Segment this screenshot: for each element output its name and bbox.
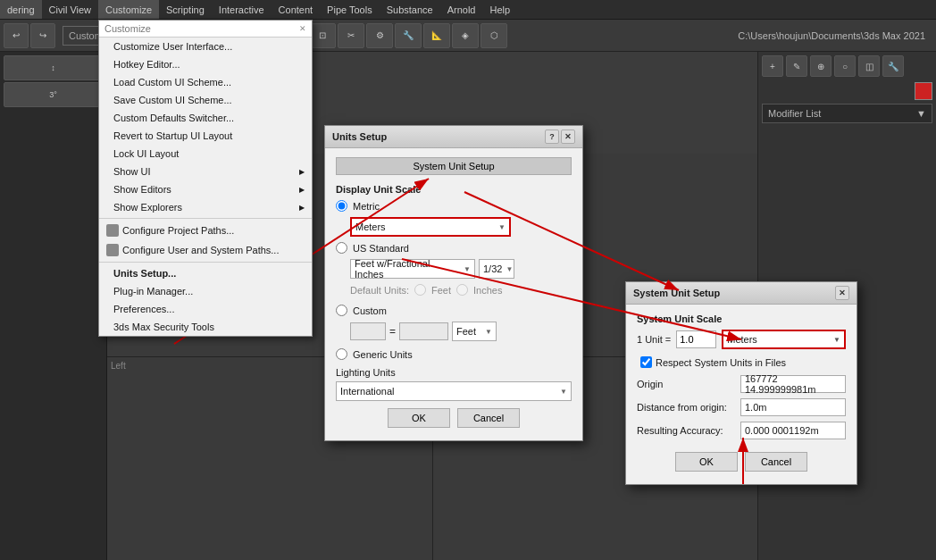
menu-arnold[interactable]: Arnold — [440, 0, 483, 19]
custom-label: Custom — [353, 305, 387, 316]
menu-item-configure-project[interactable]: Configure Project Paths... — [99, 221, 312, 240]
color-swatch[interactable] — [915, 82, 932, 100]
close-button[interactable]: ✕ — [561, 130, 575, 144]
menu-substance[interactable]: Substance — [380, 0, 440, 19]
menu-item-units-setup[interactable]: Units Setup... — [99, 264, 312, 282]
origin-label: Origin — [637, 379, 735, 389]
menu-divider-1 — [99, 218, 312, 219]
menu-item-customize-ui[interactable]: Customize User Interface... — [99, 38, 312, 55]
menubar: dering Civil View Customize Scripting In… — [0, 0, 936, 20]
display-icon[interactable]: ◫ — [858, 55, 880, 77]
menu-item-load-ui[interactable]: Load Custom UI Scheme... — [99, 73, 312, 91]
system-ok-button[interactable]: OK — [675, 452, 738, 472]
menu-search-input[interactable] — [104, 23, 299, 34]
snap5-btn[interactable]: ⊡ — [309, 23, 336, 48]
menu-item-showexplorers[interactable]: Show Explorers▶ — [99, 198, 312, 216]
modify-icon[interactable]: ✎ — [786, 55, 807, 77]
submenu-arrow-icon3: ▶ — [299, 204, 305, 212]
unit-value-input[interactable] — [676, 330, 716, 348]
menu-item-showeditors[interactable]: Show Editors▶ — [99, 180, 312, 198]
menu-item-plugin[interactable]: Plug-in Manager... — [99, 282, 312, 300]
us-standard-radio[interactable] — [336, 242, 347, 254]
units-dialog-titlebar[interactable]: Units Setup ? ✕ — [325, 126, 582, 148]
menu-item-hotkey[interactable]: Hotkey Editor... — [99, 55, 312, 73]
distance-value: 1.0m — [740, 398, 846, 416]
system-unit-dropdown[interactable]: Meters ▼ — [722, 330, 846, 349]
units-cancel-button[interactable]: Cancel — [457, 408, 520, 428]
metric-chevron-icon: ▼ — [498, 223, 506, 231]
modifier-list-header[interactable]: Modifier List ▼ — [762, 104, 932, 123]
configure-user-icon — [106, 244, 119, 256]
feet-radio[interactable] — [414, 284, 426, 296]
lighting-dropdown[interactable]: International ▼ — [336, 381, 572, 401]
metric-label: Metric — [353, 201, 380, 212]
menu-item-configure-user[interactable]: Configure User and System Paths... — [99, 240, 312, 260]
modifier-list-dropdown-icon: ▼ — [916, 108, 926, 119]
generic-radio[interactable] — [336, 348, 347, 360]
custom-radio[interactable] — [336, 305, 347, 316]
menu-content[interactable]: Content — [272, 0, 321, 19]
lighting-chevron-icon: ▼ — [560, 388, 567, 396]
menu-interactive[interactable]: Interactive — [212, 0, 272, 19]
custom-value2-input[interactable] — [399, 322, 448, 340]
us-fraction-dropdown[interactable]: 1/32 ▼ — [479, 259, 514, 279]
toolbar-btn-redo[interactable]: ↪ — [30, 23, 55, 48]
create-icon[interactable]: + — [762, 55, 783, 77]
menu-dering[interactable]: dering — [0, 0, 42, 19]
us-fraction-chevron-icon: ▼ — [506, 265, 513, 273]
customize-dropdown-menu[interactable]: ✕ Customize User Interface... Hotkey Edi… — [98, 20, 313, 337]
lighting-label: Lighting Units — [336, 367, 572, 378]
utilities-icon[interactable]: 🔧 — [882, 55, 904, 77]
motion-icon[interactable]: ○ — [834, 55, 856, 77]
menu-item-revert[interactable]: Revert to Startup UI Layout — [99, 127, 312, 145]
help-button[interactable]: ? — [545, 130, 559, 144]
system-close-button[interactable]: ✕ — [835, 286, 849, 300]
lighting-selected: International — [340, 386, 395, 397]
distance-label: Distance from origin: — [637, 402, 735, 413]
menu-item-defaults[interactable]: Custom Defaults Switcher... — [99, 109, 312, 127]
menu-scripting[interactable]: Scripting — [159, 0, 212, 19]
left-tool-move[interactable]: ↕ — [4, 55, 103, 80]
menu-item-save-ui[interactable]: Save Custom UI Scheme... — [99, 91, 312, 109]
origin-row: Origin 167772 14.999999981m — [637, 375, 846, 393]
snap9-btn[interactable]: 📐 — [423, 23, 450, 48]
menu-civilview[interactable]: Civil View — [42, 0, 98, 19]
feet-label: Feet — [431, 285, 451, 296]
menu-help[interactable]: Help — [482, 0, 517, 19]
left-tool-3d[interactable]: 3° — [4, 82, 103, 107]
system-unit-setup-button[interactable]: System Unit Setup — [336, 157, 572, 175]
inches-radio[interactable] — [456, 284, 468, 296]
custom-unit-dropdown[interactable]: Feet ▼ — [452, 322, 497, 341]
snap6-btn[interactable]: ✂ — [338, 23, 364, 48]
snap8-btn[interactable]: 🔧 — [395, 23, 422, 48]
menu-item-preferences[interactable]: Preferences... — [99, 300, 312, 318]
snap11-btn[interactable]: ⬡ — [481, 23, 507, 48]
menu-customize[interactable]: Customize — [98, 0, 159, 19]
menu-item-showui[interactable]: Show UI▶ — [99, 163, 312, 180]
metric-selected: Meters — [355, 221, 386, 232]
custom-value1-input[interactable] — [350, 322, 386, 340]
menu-item-lock[interactable]: Lock UI Layout — [99, 145, 312, 163]
metric-dropdown[interactable]: Meters ▼ — [350, 217, 511, 237]
close-search-icon[interactable]: ✕ — [299, 24, 306, 33]
units-ok-button[interactable]: OK — [388, 408, 450, 428]
menu-pipetools[interactable]: Pipe Tools — [320, 0, 380, 19]
respect-checkbox[interactable] — [640, 356, 652, 368]
us-feet-chevron-icon: ▼ — [464, 265, 471, 273]
system-dialog-buttons: OK Cancel — [637, 445, 846, 475]
hierarchy-icon[interactable]: ⊕ — [810, 55, 832, 77]
dialog-titlebar-buttons: ? ✕ — [545, 130, 575, 144]
file-path: C:\Users\houjun\Documents\3ds Max 2021 — [738, 30, 932, 41]
toolbar-btn-undo[interactable]: ↩ — [4, 23, 29, 48]
lighting-section: Lighting Units International ▼ — [336, 367, 572, 401]
snap7-btn[interactable]: ⚙ — [366, 23, 393, 48]
system-dialog-titlebar[interactable]: System Unit Setup ✕ — [626, 282, 857, 305]
us-feet-dropdown[interactable]: Feet w/Fractional Inches ▼ — [350, 259, 475, 279]
snap10-btn[interactable]: ◈ — [452, 23, 479, 48]
menu-item-security[interactable]: 3ds Max Security Tools — [99, 318, 312, 336]
system-dialog-content: System Unit Scale 1 Unit = Meters ▼ Resp… — [626, 305, 857, 484]
metric-radio[interactable] — [336, 200, 347, 212]
system-cancel-button[interactable]: Cancel — [745, 452, 807, 472]
menu-search-bar[interactable]: ✕ — [99, 21, 312, 38]
system-unit-row: 1 Unit = Meters ▼ — [637, 330, 846, 349]
